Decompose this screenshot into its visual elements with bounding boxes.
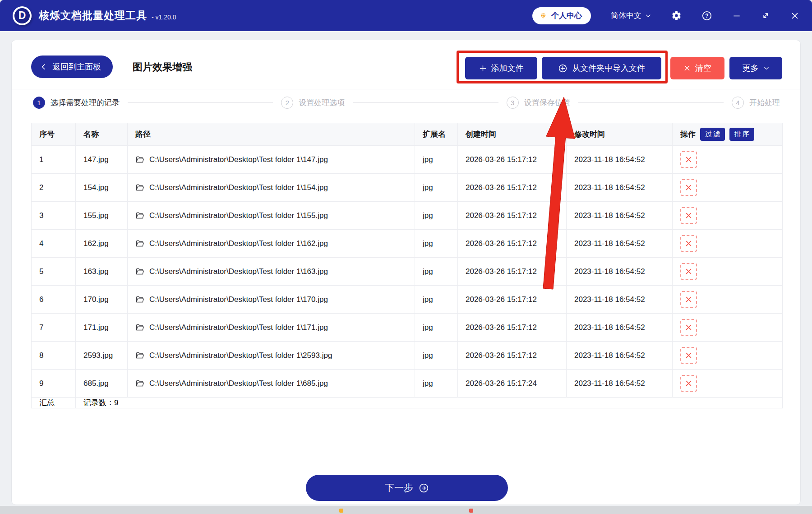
table-row: 4 162.jpg C:\Users\Administrator\Desktop… (32, 230, 783, 258)
app-version: - v1.20.0 (152, 11, 176, 21)
cell-created: 2026-03-26 15:17:12 (458, 342, 567, 370)
table-row: 7 171.jpg C:\Users\Administrator\Desktop… (32, 314, 783, 342)
cell-ext: jpg (415, 258, 458, 286)
table-row: 3 155.jpg C:\Users\Administrator\Desktop… (32, 202, 783, 230)
cell-modified: 2023-11-18 16:54:52 (567, 258, 673, 286)
table-row: 8 2593.jpg C:\Users\Administrator\Deskto… (32, 342, 783, 370)
back-to-dashboard-button[interactable]: 返回到主面板 (31, 56, 113, 78)
delete-row-button[interactable] (680, 263, 697, 280)
filter-button[interactable]: 过滤 (700, 128, 725, 141)
help-icon[interactable]: ? (701, 10, 712, 21)
cell-ext: jpg (415, 370, 458, 398)
delete-row-button[interactable] (680, 151, 697, 168)
delete-row-button[interactable] (680, 235, 697, 252)
import-from-folder-button[interactable]: 从文件夹中导入文件 (542, 57, 661, 79)
bottom-desktop-strip (0, 506, 812, 514)
cell-name: 155.jpg (76, 202, 128, 230)
clear-button[interactable]: 清空 (670, 57, 724, 79)
cell-created: 2026-03-26 15:17:24 (458, 370, 567, 398)
settings-gear-icon[interactable] (671, 10, 682, 21)
step-indicator: 1 选择需要处理的记录 2 设置处理选项 3 设置保存位置 4 开始处理 (33, 95, 780, 110)
step-2-process-options: 2 设置处理选项 (281, 97, 345, 109)
cell-created: 2026-03-26 15:17:12 (458, 230, 567, 258)
cell-name: 685.jpg (76, 370, 128, 398)
step-connector (128, 102, 273, 103)
minimize-icon[interactable] (732, 11, 741, 20)
cell-actions (673, 174, 783, 202)
next-step-button[interactable]: 下一步 (306, 475, 508, 501)
open-folder-icon (135, 183, 145, 192)
maximize-icon[interactable] (761, 11, 770, 20)
header-modified: 修改时间 (567, 123, 673, 146)
open-folder-icon (135, 323, 145, 332)
open-folder-icon (135, 155, 145, 164)
cell-index: 5 (32, 258, 76, 286)
step-2-circle: 2 (281, 97, 293, 109)
delete-row-button[interactable] (680, 179, 697, 196)
header-actions: 操作 过滤 排序 (673, 123, 783, 146)
cell-path: C:\Users\Administrator\Desktop\Test fold… (128, 146, 415, 174)
header-ext: 扩展名 (415, 123, 458, 146)
cell-modified: 2023-11-18 16:54:52 (567, 174, 673, 202)
plus-icon (479, 65, 487, 72)
cell-actions (673, 146, 783, 174)
cell-created: 2026-03-26 15:17:12 (458, 174, 567, 202)
taskbar-dot (469, 509, 473, 513)
more-button[interactable]: 更多 (729, 57, 782, 79)
delete-row-button[interactable] (680, 375, 697, 392)
add-files-button[interactable]: 添加文件 (465, 57, 537, 79)
import-from-folder-label: 从文件夹中导入文件 (572, 63, 645, 74)
cell-index: 7 (32, 314, 76, 342)
cell-actions (673, 230, 783, 258)
open-folder-icon (135, 295, 145, 304)
cell-index: 1 (32, 146, 76, 174)
cell-modified: 2023-11-18 16:54:52 (567, 230, 673, 258)
cell-index: 8 (32, 342, 76, 370)
chevron-down-icon (763, 65, 770, 71)
next-step-label: 下一步 (385, 482, 413, 494)
step-1-select-records: 1 选择需要处理的记录 (33, 97, 120, 109)
language-selector[interactable]: 简体中文 (611, 10, 651, 21)
cell-name: 162.jpg (76, 230, 128, 258)
cell-actions (673, 258, 783, 286)
delete-x-icon (685, 156, 692, 163)
clear-label: 清空 (695, 63, 711, 74)
delete-row-button[interactable] (680, 319, 697, 336)
cell-modified: 2023-11-18 16:54:52 (567, 370, 673, 398)
back-button-label: 返回到主面板 (52, 61, 101, 72)
file-table: 序号 名称 路径 扩展名 创建时间 修改时间 操作 过滤 排序 (31, 123, 782, 408)
sort-button[interactable]: 排序 (729, 128, 754, 141)
cell-created: 2026-03-26 15:17:12 (458, 258, 567, 286)
delete-row-button[interactable] (680, 291, 697, 308)
step-1-label: 选择需要处理的记录 (51, 97, 120, 108)
cell-path: C:\Users\Administrator\Desktop\Test fold… (128, 230, 415, 258)
cell-actions (673, 370, 783, 398)
app-title: 核烁文档批量处理工具 (39, 9, 147, 23)
cell-name: 147.jpg (76, 146, 128, 174)
toolbar-divider (12, 89, 800, 89)
app-logo: D (13, 6, 32, 25)
cell-modified: 2023-11-18 16:54:52 (567, 342, 673, 370)
cell-modified: 2023-11-18 16:54:52 (567, 314, 673, 342)
cell-path: C:\Users\Administrator\Desktop\Test fold… (128, 258, 415, 286)
cell-path: C:\Users\Administrator\Desktop\Test fold… (128, 202, 415, 230)
delete-x-icon (685, 352, 692, 359)
close-icon[interactable] (790, 11, 799, 20)
delete-row-button[interactable] (680, 207, 697, 224)
cell-actions (673, 202, 783, 230)
header-name: 名称 (76, 123, 128, 146)
add-files-label: 添加文件 (491, 63, 524, 74)
cell-name: 2593.jpg (76, 342, 128, 370)
table-row: 5 163.jpg C:\Users\Administrator\Desktop… (32, 258, 783, 286)
cell-modified: 2023-11-18 16:54:52 (567, 286, 673, 314)
table-row: 6 170.jpg C:\Users\Administrator\Desktop… (32, 286, 783, 314)
table-body: 1 147.jpg C:\Users\Administrator\Desktop… (32, 146, 783, 398)
language-label: 简体中文 (611, 10, 641, 21)
delete-row-button[interactable] (680, 347, 697, 364)
chevron-left-icon (40, 63, 47, 71)
table-row: 1 147.jpg C:\Users\Administrator\Desktop… (32, 146, 783, 174)
step-4-start-processing: 4 开始处理 (732, 97, 780, 109)
step-4-circle: 4 (732, 97, 744, 109)
header-created: 创建时间 (458, 123, 567, 146)
user-center-button[interactable]: 个人中心 (532, 7, 591, 24)
